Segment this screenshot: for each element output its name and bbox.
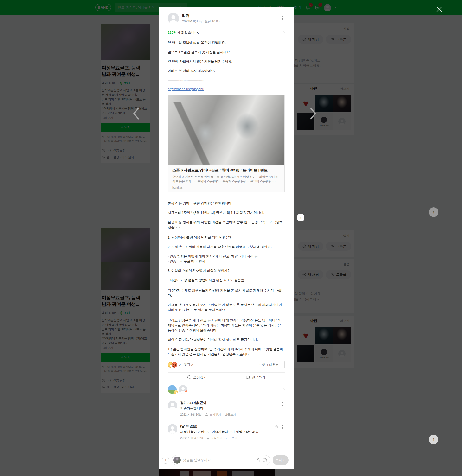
post-paragraph: 아래는 옆 밴의 공지 내용이에요. xyxy=(168,68,285,73)
comment-date: 2022년 11월 12일 xyxy=(180,436,203,440)
angry-emoji-icon[interactable] xyxy=(172,362,177,367)
author-avatar[interactable] xyxy=(168,13,179,24)
post-paragraph: 위 3가지 주제로 회원님들의 다양한 의견을 본 글의 댓글로 게재해 주시기… xyxy=(168,288,285,298)
post-paragraph: 가급적 댓글을 이용해 주시고 만약 본인 정보 노출 문제로 댓글이 꺼려지신… xyxy=(168,302,285,313)
commenter-name[interactable]: 경기 / 31 /남/ 곤이 xyxy=(180,401,280,405)
close-icon[interactable] xyxy=(436,6,443,13)
comment-count[interactable]: 댓글 2 xyxy=(184,363,193,367)
send-button[interactable]: 보내기 xyxy=(273,455,289,465)
lock-icon[interactable] xyxy=(256,458,260,462)
comment-reply-link[interactable]: 답글쓰기 xyxy=(226,436,237,440)
download-icon: ↓ xyxy=(259,363,260,366)
reactors-row[interactable] xyxy=(168,382,285,397)
up-arrow-icon: ↑ xyxy=(300,215,302,220)
post-paragraph: 불량 이용 방지를 위한 캠페인을 진행합니다. xyxy=(168,201,285,206)
post-paragraph: 옆 밴드의 정책에 따라 똑같이 진행해요. xyxy=(168,40,285,45)
post-header: 리더 2022년 8월 8일 오전 10:05 xyxy=(159,8,294,28)
post-paragraph: 2. 경제적인 지원이 가능한 자격을 갖춘 남성을 어떻게 구분해낼 것인가? xyxy=(168,244,285,249)
commenter-name: (알 수 없음) xyxy=(180,424,274,428)
author-name[interactable]: 리더 xyxy=(182,13,280,18)
react-button[interactable]: 표정짓기 xyxy=(168,373,226,382)
attach-plus-icon[interactable]: + xyxy=(162,457,169,464)
up-arrow-icon: ↑ xyxy=(433,437,435,442)
link-preview-image xyxy=(168,95,284,164)
comment-reply-link[interactable]: 답글쓰기 xyxy=(224,413,236,417)
comment-item: (알 수 없음) 채팅신청이 안됩니다 인증가능하오니 채팅부탁드려요 2022… xyxy=(168,420,285,443)
read-count-text: 225명이 읽었습니다. xyxy=(168,31,199,35)
reaction-summary-row: 2 댓글 2 ↓ 댓글 다운로드 xyxy=(168,361,285,368)
post-paragraph: 앞으로 1주일간 글쓰기 및 채팅을 금지해요. xyxy=(168,50,285,55)
chevron-right-icon[interactable] xyxy=(282,388,285,391)
post-paragraph: 1주일간 캠페인을 진행하며, 만약 기간내에 위 3가지 주제에 대해 뚜렷한… xyxy=(168,347,285,357)
download-comments-button[interactable]: ↓ 댓글 다운로드 xyxy=(256,361,285,368)
smiley-icon[interactable] xyxy=(263,458,267,463)
comment-menu-icon[interactable] xyxy=(280,401,285,407)
post-paragraph: 옆 밴에 가입하셔서 많은 의견들 남겨주세요. xyxy=(168,59,285,64)
link-preview-card[interactable]: 스폰 $ 사랑으로 잇다! #골프 #취미 #여행 #드라이브 | 밴드 순수하… xyxy=(168,94,285,192)
link-preview-title: 스폰 $ 사랑으로 잇다! #골프 #취미 #여행 #드라이브 | 밴드 xyxy=(172,168,280,173)
band-page: BAND 새글 피드 50 찾기 3 2 여성무료골프, 능 xyxy=(0,0,462,476)
comment-text: 채팅신청이 안됩니다 인증가능하오니 채팅부탁드려요 xyxy=(180,430,274,434)
scroll-top-button[interactable]: ↑ xyxy=(429,435,438,444)
reactor-avatar[interactable] xyxy=(168,385,177,394)
post-body: 옆 밴드의 정책에 따라 똑같이 진행해요. 앞으로 1주일간 글쓰기 및 채팅… xyxy=(159,37,294,443)
post-paragraph: 불량 이용 방지를 위해 다양한 의견을 수렴하여 향후 밴드 운영 규칙으로 … xyxy=(168,220,285,230)
post-link[interactable]: https://band.us/@isponu xyxy=(168,87,285,91)
scroll-top-button[interactable]: ↑ xyxy=(429,207,438,217)
my-avatar xyxy=(173,457,181,464)
smiley-icon xyxy=(206,437,210,440)
comment-item: 경기 / 31 /남/ 곤이 인증가능합니다 2022년 8월 10일· 표정짓… xyxy=(168,397,285,420)
smiley-icon xyxy=(205,413,208,416)
post-paragraph: 그리고 남성분중 계좌 잔고 등 자산에 대해 인증이 가능하신 분도 댓글이나… xyxy=(168,318,285,333)
comment-react-link[interactable]: 표정짓기 xyxy=(209,413,221,417)
post-modal: 리더 2022년 8월 8일 오전 10:05 225명이 읽었습니다. 옆 밴… xyxy=(159,8,294,468)
post-paragraph: ---------------------------------- xyxy=(168,78,285,83)
read-count-row[interactable]: 225명이 읽었습니다. xyxy=(168,28,285,37)
comment-react-link[interactable]: 표정짓기 xyxy=(211,436,222,440)
comment-input[interactable]: 댓글을 남겨주세요. xyxy=(171,455,270,465)
post-paragraph: - 인증 방법은 어떻게 해야 할지? 계좌 잔고, 차량, 기타 자산 등 -… xyxy=(168,254,285,264)
post-menu-icon[interactable] xyxy=(280,16,285,21)
comment-text: 인증가능합니다 xyxy=(180,407,280,411)
post-paragraph: 지금부터 1주일간(8월 14일까지) 글쓰기 및 1:1 채팅을 금지합니다. xyxy=(168,210,285,215)
post-date: 2022년 8월 8일 오전 10:05 xyxy=(182,19,280,24)
scroll-top-mini-button[interactable]: ↑ xyxy=(297,214,304,221)
chevron-right-icon xyxy=(282,31,285,34)
link-preview-description: 순수하고 건전한 스폰을 위한 정보를 공유합니다! 골프 여행 취미 드라이브… xyxy=(172,175,280,184)
comment-placeholder: 댓글을 남겨주세요. xyxy=(183,458,254,462)
link-preview-source: band.us xyxy=(172,186,280,189)
post-paragraph: 3. 여성의 스타일은 어떻게 파악할 것인가? xyxy=(168,268,285,273)
smiley-icon xyxy=(187,375,192,380)
prev-arrow-icon[interactable] xyxy=(133,107,139,120)
angry-emoji-icon xyxy=(185,390,188,394)
post-action-bar: 표정짓기 댓글쓰기 xyxy=(168,372,285,382)
reactor-avatar[interactable] xyxy=(179,385,188,394)
lock-icon xyxy=(274,425,278,428)
commenter-avatar[interactable] xyxy=(168,401,177,410)
comment-input-bar: + 댓글을 남겨주세요. 보내기 xyxy=(159,452,294,468)
comment-menu-icon[interactable] xyxy=(280,425,285,430)
commenter-avatar[interactable] xyxy=(168,424,177,434)
post-paragraph: 1. 남성/여성 불량 이용 방지를 위한 방안은? xyxy=(168,235,285,240)
next-arrow-icon[interactable] xyxy=(310,107,317,120)
thumbs-up-emoji-icon xyxy=(174,390,178,395)
reaction-count[interactable]: 2 xyxy=(179,363,181,366)
speech-bubble-icon xyxy=(246,375,250,380)
post-paragraph: 과연 인증 가능한 남성분이 얼마나 될지 저도 매우 궁금합니다. xyxy=(168,337,285,342)
comment-date: 2022년 8월 10일 xyxy=(180,413,202,417)
post-paragraph: - 사진이 가장 현실적 방법이지만 위험 요소도 공존함 xyxy=(168,278,285,283)
up-arrow-icon: ↑ xyxy=(433,210,435,214)
write-comment-button[interactable]: 댓글쓰기 xyxy=(226,373,285,382)
